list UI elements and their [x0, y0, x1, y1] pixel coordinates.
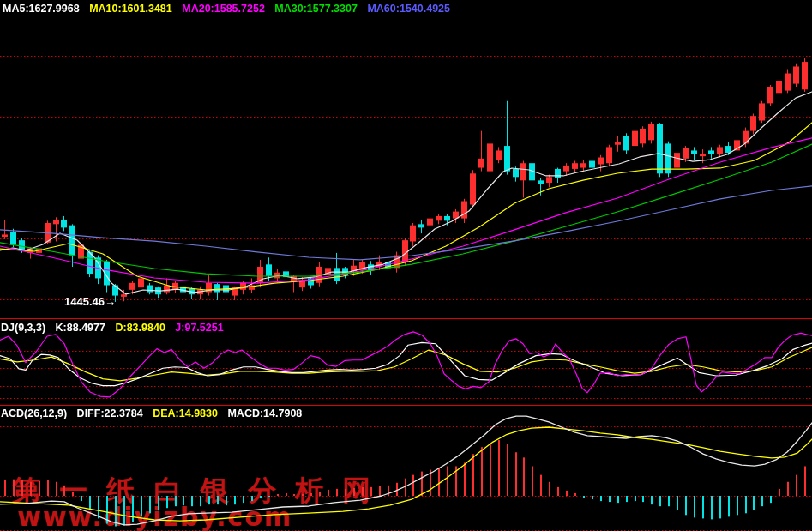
low-price-annotation: 1445.46→ — [64, 295, 116, 308]
macd-dea-label: DEA:14.9830 — [153, 407, 218, 419]
chart-app: 第一纸白银分析网 www.diyizby.com MA5:1627.9968 M… — [0, 0, 812, 531]
macd-indicator-bar: ACD(26,12,9) DIFF:22.3784 DEA:14.9830 MA… — [1, 407, 309, 419]
ma5-label: MA5:1627.9968 — [3, 3, 80, 15]
macd-value-label: MACD:14.7908 — [227, 407, 302, 419]
ma20-label: MA20:1585.7252 — [182, 3, 265, 15]
macd-pane[interactable] — [0, 404, 812, 531]
macd-diff-label: DIFF:22.3784 — [77, 407, 143, 419]
kdj-j-label: J:97.5251 — [175, 322, 223, 334]
ma30-label: MA30:1577.3307 — [274, 3, 358, 15]
macd-name-label: ACD(26,12,9) — [1, 407, 67, 419]
ma60-label: MA60:1540.4925 — [367, 3, 450, 15]
ma10-label: MA10:1601.3481 — [89, 3, 172, 15]
kdj-indicator-bar: DJ(9,3,3) K:88.4977 D:83.9840 J:97.5251 — [1, 322, 231, 334]
kdj-name-label: DJ(9,3,3) — [1, 322, 45, 334]
kdj-k-label: K:88.4977 — [56, 322, 105, 334]
ma-indicator-bar: MA5:1627.9968 MA10:1601.3481 MA20:1585.7… — [3, 3, 457, 15]
kdj-d-label: D:83.9840 — [115, 322, 165, 334]
main-chart-pane[interactable] — [0, 17, 812, 318]
